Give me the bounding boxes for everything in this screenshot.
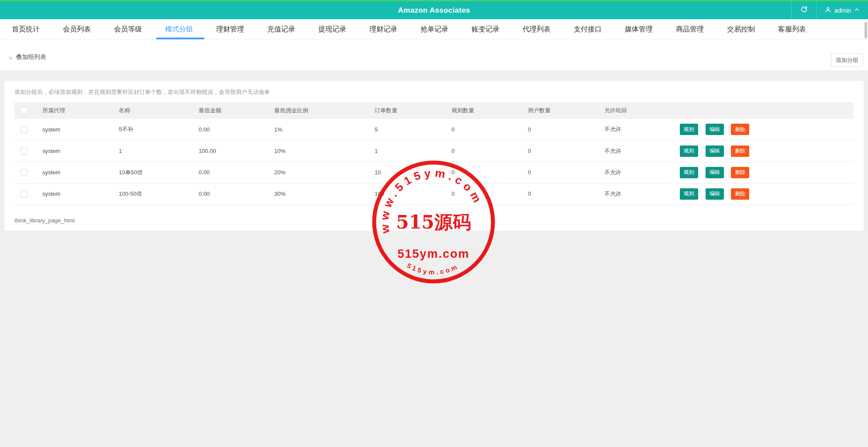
cell-rules: 0 (445, 183, 522, 204)
cell-users: 0 (522, 183, 598, 204)
username: admin (834, 7, 851, 14)
chevron-up-icon (854, 7, 860, 14)
cell-users: 0 (522, 140, 598, 162)
edit-button[interactable]: 编辑 (706, 146, 724, 157)
col-orders: 订单数量 (369, 102, 445, 119)
breadcrumb-arrows-icon: » (9, 54, 12, 61)
delete-button[interactable]: 删除 (731, 188, 749, 200)
cell-min-commission: 30% (268, 183, 369, 204)
delete-button[interactable]: 删除 (731, 124, 749, 135)
col-rules: 规则数量 (445, 102, 522, 119)
cell-name: 5不补 (113, 119, 193, 140)
cell-orders: 5 (369, 119, 445, 140)
cell-users: 0 (522, 162, 598, 183)
table-row: system 1 100.00 10% 1 0 0 不允许 规则 编辑 删除 (14, 140, 854, 162)
tab-withdraw-records[interactable]: 提现记录 (318, 19, 346, 39)
table-row: system 5不补 0.00 1% 5 0 0 不允许 规则 编辑 删除 (14, 119, 854, 140)
group-table-wrap: 所属代理 名称 最低金额 最低佣金比例 订单数量 规则数量 用户数量 允许轮回 (14, 102, 854, 205)
cell-min-commission: 1% (268, 119, 369, 140)
cell-recycle: 不允许 (598, 183, 674, 204)
cell-min-commission: 10% (268, 140, 369, 162)
table-row: system 100-50倍 0.00 30% 100 0 0 不允许 规则 编… (14, 183, 854, 204)
watermark-arc-bottom-text: 515ym.com (406, 262, 460, 276)
add-group-button[interactable]: 添加分组 (831, 53, 863, 67)
row-checkbox[interactable] (21, 148, 28, 155)
delete-button[interactable]: 删除 (731, 167, 749, 178)
select-all-checkbox[interactable] (21, 107, 28, 114)
tab-agent-list[interactable]: 代理列表 (523, 19, 551, 39)
edit-button[interactable]: 编辑 (706, 124, 724, 135)
tab-product-manage[interactable]: 商品管理 (676, 19, 704, 39)
main-content: 添加分组后，必须添加规则，并且规则需要对应好订单个数，若出现不对称情况，会导致用… (0, 70, 868, 231)
tab-member-level[interactable]: 会员等级 (114, 19, 142, 39)
cell-min-amount: 0.00 (193, 162, 268, 183)
breadcrumb: » 叠加组列表 (9, 53, 46, 61)
cell-recycle: 不允许 (598, 140, 674, 162)
refresh-icon (800, 6, 808, 15)
cell-orders: 1 (369, 140, 445, 162)
table-row: system 10单50倍 0.00 20% 10 0 0 不允许 规则 编辑 (14, 162, 854, 183)
hint-text: 添加分组后，必须添加规则，并且规则需要对应好订单个数，若出现不对称情况，会导致用… (4, 81, 864, 96)
tab-home-stats[interactable]: 首页统计 (12, 19, 40, 39)
cell-rules: 0 (445, 119, 522, 140)
cell-min-commission: 20% (268, 162, 369, 183)
cell-agent: system (36, 183, 113, 204)
app-title: Amazon Associates (398, 6, 470, 15)
cell-orders: 100 (369, 183, 445, 204)
cell-min-amount: 0.00 (193, 183, 268, 204)
tab-finance-records[interactable]: 理财记录 (369, 19, 397, 39)
breadcrumb-label: 叠加组列表 (16, 53, 46, 61)
cell-rules: 0 (445, 140, 522, 162)
edit-button[interactable]: 编辑 (706, 167, 724, 178)
tab-finance-manage[interactable]: 理财管理 (216, 19, 244, 39)
rules-button[interactable]: 规则 (680, 146, 698, 157)
tab-recharge-records[interactable]: 充值记录 (267, 19, 295, 39)
nav-tabs: 首页统计 会员列表 会员等级 模式分组 理财管理 充值记录 提现记录 理财记录 … (0, 19, 868, 39)
group-list-panel: 添加分组后，必须添加规则，并且规则需要对应好订单个数，若出现不对称情况，会导致用… (4, 81, 864, 231)
tab-payment-api[interactable]: 支付接口 (574, 19, 602, 39)
tab-media-manage[interactable]: 媒体管理 (625, 19, 653, 39)
col-min-commission: 最低佣金比例 (268, 102, 369, 119)
row-checkbox[interactable] (21, 169, 28, 176)
refresh-button[interactable] (792, 1, 816, 19)
delete-button[interactable]: 删除 (731, 146, 749, 157)
cell-agent: system (36, 140, 113, 162)
col-agent: 所属代理 (36, 102, 113, 119)
cell-min-amount: 100.00 (193, 140, 268, 162)
edit-button[interactable]: 编辑 (706, 188, 724, 200)
cell-agent: system (36, 119, 113, 140)
tab-member-list[interactable]: 会员列表 (63, 19, 91, 39)
cell-name: 1 (113, 140, 193, 162)
col-recycle: 允许轮回 (598, 102, 674, 119)
rules-button[interactable]: 规则 (680, 188, 698, 200)
watermark-domain-text: 515ym.com (397, 247, 469, 260)
cell-name: 100-50倍 (113, 183, 193, 204)
tab-grab-order-records[interactable]: 抢单记录 (420, 19, 448, 39)
scrollbar-thumb[interactable] (865, 22, 867, 38)
tab-trade-control[interactable]: 交易控制 (727, 19, 755, 39)
rules-button[interactable]: 规则 (680, 124, 698, 135)
rules-button[interactable]: 规则 (680, 167, 698, 178)
cell-recycle: 不允许 (598, 162, 674, 183)
template-name-text: think_library_page_html (14, 217, 864, 224)
group-table: 所属代理 名称 最低金额 最低佣金比例 订单数量 规则数量 用户数量 允许轮回 (14, 102, 854, 205)
cell-orders: 10 (369, 162, 445, 183)
row-checkbox[interactable] (21, 191, 28, 198)
cell-rules: 0 (445, 162, 522, 183)
page: Amazon Associates admin 首页统计 会员列表 (0, 0, 868, 231)
col-name: 名称 (113, 102, 193, 119)
cell-min-amount: 0.00 (193, 119, 268, 140)
breadcrumb-bar: » 叠加组列表 添加分组 (0, 39, 868, 70)
topbar: Amazon Associates admin (0, 0, 868, 19)
tab-mode-group[interactable]: 模式分组 (165, 19, 193, 39)
cell-recycle: 不允许 (598, 119, 674, 140)
user-menu[interactable]: admin (816, 1, 868, 19)
topbar-actions: admin (791, 1, 868, 19)
person-icon (825, 7, 831, 14)
cell-users: 0 (522, 119, 598, 140)
tab-balance-change-records[interactable]: 账变记录 (472, 19, 499, 39)
tab-service-list[interactable]: 客服列表 (778, 19, 806, 39)
table-header-row: 所属代理 名称 最低金额 最低佣金比例 订单数量 规则数量 用户数量 允许轮回 (14, 102, 854, 119)
col-users: 用户数量 (522, 102, 598, 119)
row-checkbox[interactable] (21, 126, 28, 133)
